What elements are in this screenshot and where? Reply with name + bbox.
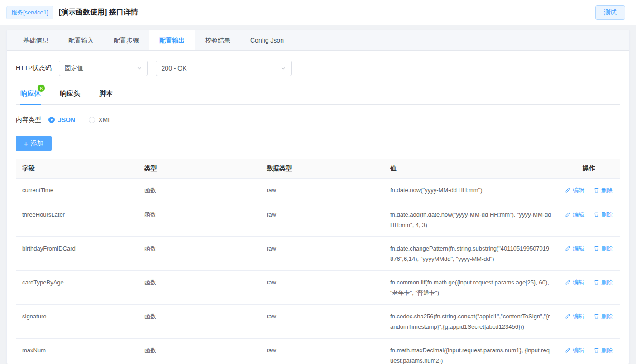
value-cell: fn.codec.sha256(fn.string.concat("appid1… <box>384 305 558 339</box>
table-header-row: 字段 类型 数据类型 值 操作 <box>16 159 620 179</box>
http-status-row: HTTP状态码 固定值 200 - OK <box>16 61 620 76</box>
edit-label: 编辑 <box>573 185 584 195</box>
edit-label: 编辑 <box>573 311 584 321</box>
main-card: 基础信息 配置输入 配置步骤 配置输出 校验结果 Config Json HTT… <box>6 30 630 364</box>
plus-icon: + <box>24 140 28 147</box>
edit-label: 编辑 <box>573 345 584 355</box>
pencil-icon <box>565 279 571 285</box>
trash-icon <box>593 347 599 353</box>
field-cell: maxNum <box>16 339 138 364</box>
type-cell: 函数 <box>138 305 260 339</box>
field-cell: threeHoursLater <box>16 203 138 237</box>
main-tabbar: 基础信息 配置输入 配置步骤 配置输出 校验结果 Config Json <box>7 30 629 51</box>
edit-button[interactable]: 编辑 <box>565 185 584 195</box>
status-code-select[interactable]: 200 - OK <box>156 61 292 76</box>
subtab-script[interactable]: 脚本 <box>99 90 113 104</box>
datatype-cell: raw <box>260 305 384 339</box>
pencil-icon <box>565 347 571 353</box>
table-row: threeHoursLater 函数 raw fn.date.add(fn.da… <box>16 203 620 237</box>
trash-icon <box>593 187 599 193</box>
table-row: cardTypeByAge 函数 raw fn.common.iif(fn.ma… <box>16 271 620 305</box>
column-header-field: 字段 <box>16 159 138 179</box>
content-type-row: 内容类型 JSON XML <box>16 116 620 124</box>
pencil-icon <box>565 246 571 251</box>
fields-table: 字段 类型 数据类型 值 操作 currentTime 函数 raw fn.da… <box>16 159 620 364</box>
delete-button[interactable]: 删除 <box>593 209 613 220</box>
edit-button[interactable]: 编辑 <box>565 277 584 288</box>
pencil-icon <box>565 212 571 217</box>
field-cell: currentTime <box>16 179 138 203</box>
edit-button[interactable]: 编辑 <box>565 311 584 321</box>
edit-button[interactable]: 编辑 <box>565 209 584 220</box>
edit-label: 编辑 <box>573 209 584 220</box>
column-header-value: 值 <box>384 159 558 179</box>
datatype-cell: raw <box>260 271 384 305</box>
service-tag[interactable]: 服务[service1] <box>6 6 53 19</box>
delete-button[interactable]: 删除 <box>593 243 613 254</box>
radio-selected-icon <box>48 117 55 123</box>
http-status-label: HTTP状态码 <box>16 64 52 72</box>
subtab-response-body[interactable]: 响应体 6 <box>20 90 41 104</box>
status-mode-select[interactable]: 固定值 <box>59 61 148 76</box>
column-header-actions: 操作 <box>558 159 620 179</box>
trash-icon <box>593 212 599 217</box>
tab-config-json[interactable]: Config Json <box>240 30 294 50</box>
status-mode-value: 固定值 <box>65 64 84 72</box>
edit-button[interactable]: 编辑 <box>565 345 584 355</box>
page-title: [演示函数使用] 接口详情 <box>59 8 138 17</box>
test-button[interactable]: 测试 <box>595 5 625 20</box>
field-cell: cardTypeByAge <box>16 271 138 305</box>
delete-button[interactable]: 删除 <box>593 345 613 355</box>
delete-label: 删除 <box>601 345 613 355</box>
count-badge: 6 <box>37 84 45 92</box>
subtab-label: 响应头 <box>60 90 80 97</box>
edit-label: 编辑 <box>573 243 584 254</box>
tab-config-output[interactable]: 配置输出 <box>149 30 195 50</box>
field-cell: birthdayFromIDCard <box>16 237 138 271</box>
edit-button[interactable]: 编辑 <box>565 243 584 254</box>
delete-label: 删除 <box>601 243 613 254</box>
value-cell: fn.date.now("yyyy-MM-dd HH:mm") <box>384 179 558 203</box>
type-cell: 函数 <box>138 179 260 203</box>
radio-xml[interactable]: XML <box>89 116 111 123</box>
trash-icon <box>593 246 599 251</box>
field-cell: signature <box>16 305 138 339</box>
topbar: 服务[service1] [演示函数使用] 接口详情 测试 <box>0 0 636 25</box>
tab-config-input[interactable]: 配置输入 <box>58 30 104 50</box>
delete-label: 删除 <box>601 185 613 195</box>
delete-button[interactable]: 删除 <box>593 185 613 195</box>
value-cell: fn.date.add(fn.date.now("yyyy-MM-dd HH:m… <box>384 203 558 237</box>
tab-basic-info[interactable]: 基础信息 <box>13 30 58 50</box>
datatype-cell: raw <box>260 339 384 364</box>
datatype-cell: raw <box>260 203 384 237</box>
delete-button[interactable]: 删除 <box>593 311 613 321</box>
status-code-value: 200 - OK <box>162 65 187 72</box>
table-row: maxNum 函数 raw fn.math.maxDecimal({input.… <box>16 339 620 364</box>
subtab-response-headers[interactable]: 响应头 <box>60 90 80 104</box>
type-cell: 函数 <box>138 271 260 305</box>
pencil-icon <box>565 187 571 193</box>
trash-icon <box>593 279 599 285</box>
content-type-label: 内容类型 <box>16 116 41 124</box>
table-row: birthdayFromIDCard 函数 raw fn.date.change… <box>16 237 620 271</box>
datatype-cell: raw <box>260 179 384 203</box>
tab-config-steps[interactable]: 配置步骤 <box>104 30 149 50</box>
edit-label: 编辑 <box>573 277 584 288</box>
delete-label: 删除 <box>601 277 613 288</box>
datatype-cell: raw <box>260 237 384 271</box>
value-cell: fn.math.maxDecimal({input.request.params… <box>384 339 558 364</box>
chevron-down-icon <box>280 65 287 71</box>
tab-content: HTTP状态码 固定值 200 - OK 响应体 6 响应头 脚本 <box>7 51 629 364</box>
column-header-datatype: 数据类型 <box>260 159 384 179</box>
delete-button[interactable]: 删除 <box>593 277 613 288</box>
delete-label: 删除 <box>601 209 613 220</box>
radio-xml-label: XML <box>98 116 111 123</box>
table-row: signature 函数 raw fn.codec.sha256(fn.stri… <box>16 305 620 339</box>
pencil-icon <box>565 313 571 319</box>
value-cell: fn.date.changePattern(fn.string.substrin… <box>384 237 558 271</box>
radio-json[interactable]: JSON <box>48 116 75 123</box>
chevron-down-icon <box>136 65 143 71</box>
add-button[interactable]: + 添加 <box>16 136 52 151</box>
type-cell: 函数 <box>138 203 260 237</box>
tab-validation-result[interactable]: 校验结果 <box>195 30 240 50</box>
